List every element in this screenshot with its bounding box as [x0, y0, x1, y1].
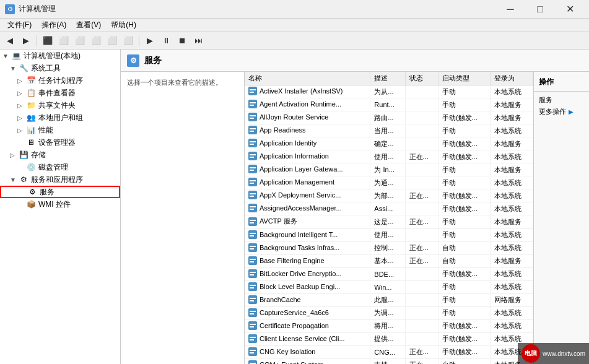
svg-rect-31: [250, 220, 256, 221]
menu-file[interactable]: 文件(F): [2, 19, 37, 32]
toolbar-btn-4[interactable]: ⬜: [89, 34, 103, 48]
expand-icon-shared: ▷: [17, 102, 25, 109]
table-row[interactable]: BranchCache此服...手动网络服务: [245, 293, 533, 306]
service-status-cell: 正在...: [405, 189, 438, 202]
svg-rect-34: [250, 233, 256, 234]
play-button[interactable]: ▶: [142, 34, 157, 48]
pause-button[interactable]: ⏸: [159, 34, 173, 48]
sidebar-item-devmgr[interactable]: 🖥 设备管理器: [0, 136, 120, 149]
sidebar-item-scheduler[interactable]: ▷ 📅 任务计划程序: [0, 74, 120, 87]
sidebar-item-wmi[interactable]: 📦 WMI 控件: [0, 198, 120, 210]
table-row[interactable]: AllJoyn Router Service路由...手动(触发...本地服务: [245, 111, 533, 124]
stop-button[interactable]: ⏹: [175, 34, 190, 48]
content-header-icon: ⚙: [127, 54, 139, 67]
table-row[interactable]: Client License Service (Cli...提供...手动(触发…: [245, 332, 533, 345]
toolbar-btn-1[interactable]: ⬛: [40, 34, 55, 48]
service-logon-cell: 本地服务: [491, 163, 533, 176]
table-row[interactable]: Application Information使用...正在...手动(触发..…: [245, 150, 533, 163]
table-row[interactable]: Application Management为通...手动本地系统: [245, 176, 533, 189]
col-header-desc[interactable]: 描述: [370, 72, 405, 85]
sidebar-item-storage[interactable]: ▷ 💾 存储: [0, 149, 120, 161]
table-row[interactable]: Application Identity确定...手动(触发...本地服务: [245, 137, 533, 150]
table-row[interactable]: CNG Key IsolationCNG...正在...手动(触发...本地系统: [245, 345, 533, 358]
restart-button[interactable]: ⏭: [191, 34, 206, 48]
sidebar-label-scheduler: 任务计划程序: [38, 76, 83, 86]
toolbar-btn-2[interactable]: ⬜: [56, 34, 71, 48]
table-row[interactable]: COM+ Event System支持...正在...自动本地服务: [245, 358, 533, 364]
eventvwr-icon: 📋: [26, 88, 36, 98]
table-row[interactable]: CaptureService_4a6c6为调...手动本地系统: [245, 306, 533, 319]
sidebar-label-devmgr: 设备管理器: [38, 137, 76, 148]
close-button[interactable]: ✕: [556, 0, 584, 19]
expand-icon-root: ▼: [2, 53, 10, 59]
svg-rect-44: [250, 274, 254, 275]
forward-button[interactable]: ▶: [19, 34, 33, 48]
service-name-cell: COM+ Event System: [245, 358, 370, 364]
table-row[interactable]: Application Layer Gatewa...为 In...手动本地服务: [245, 163, 533, 176]
sidebar-label-services-apps: 服务和应用程序: [31, 175, 83, 185]
sidebar-item-services[interactable]: ⚙ 服务: [0, 186, 120, 198]
table-row[interactable]: Agent Activation Runtime...Runt...手动本地服务: [245, 98, 533, 111]
service-name-cell: AllJoyn Router Service: [245, 111, 370, 124]
table-row[interactable]: AssignedAccessManager...Assi...手动(触发...本…: [245, 202, 533, 215]
toolbar-btn-5[interactable]: ⬜: [105, 34, 120, 48]
service-status-cell: [405, 332, 438, 345]
service-logon-cell: 本地系统: [491, 176, 533, 189]
services-table-area[interactable]: 名称 描述 状态 启动类型 登录为 ActiveX Installer (AxI…: [245, 72, 533, 364]
sidebar-item-root[interactable]: ▼ 💻 计算机管理(本地): [0, 50, 120, 62]
services-left-panel: 选择一个项目来查看它的描述。: [121, 72, 245, 364]
sidebar: ▼ 💻 计算机管理(本地) ▼ 🔧 系统工具 ▷ 📅 任务计划程序 ▷ 📋 事件…: [0, 50, 121, 364]
toolbar-btn-6[interactable]: ⬜: [121, 34, 136, 48]
service-name-cell: AVCTP 服务: [245, 215, 370, 229]
svg-rect-1: [250, 89, 256, 90]
table-row[interactable]: ActiveX Installer (AxInstSV)为从...手动本地系统: [245, 85, 533, 98]
svg-rect-35: [250, 235, 254, 236]
service-startup-cell: 手动: [438, 215, 490, 229]
col-header-logon[interactable]: 登录为: [491, 72, 533, 85]
table-row[interactable]: App Readiness当用...手动本地系统: [245, 124, 533, 137]
service-name-cell: AppX Deployment Servic...: [245, 189, 370, 202]
service-name-cell: App Readiness: [245, 124, 370, 137]
back-button[interactable]: ◀: [2, 34, 17, 48]
col-header-status[interactable]: 状态: [405, 72, 438, 85]
watermark-text: www.dnxtv.com: [543, 350, 585, 357]
sidebar-item-eventvwr[interactable]: ▷ 📋 事件查看器: [0, 87, 120, 99]
table-row[interactable]: Background Intelligent T...使用...手动本地系统: [245, 228, 533, 241]
service-status-cell: [405, 293, 438, 306]
service-status-cell: [405, 202, 438, 215]
col-header-startup[interactable]: 启动类型: [438, 72, 490, 85]
sidebar-item-perf[interactable]: ▷ 📊 性能: [0, 124, 120, 136]
service-logon-cell: 本地系统: [491, 241, 533, 254]
sidebar-item-tools[interactable]: ▼ 🔧 系统工具: [0, 62, 120, 74]
sidebar-item-diskmgr[interactable]: 💿 磁盘管理: [0, 161, 120, 173]
svg-rect-62: [250, 352, 254, 353]
maximize-button[interactable]: □: [526, 0, 554, 19]
table-row[interactable]: Base Filtering Engine基本...正在...自动本地服务: [245, 254, 533, 267]
service-logon-cell: 本地服务: [491, 215, 533, 229]
right-panel-action-more[interactable]: 更多操作 ▶: [534, 106, 589, 118]
service-startup-cell: 手动(触发...: [438, 150, 490, 163]
sidebar-item-shared[interactable]: ▷ 📁 共享文件夹: [0, 99, 120, 111]
toolbar-btn-3[interactable]: ⬜: [72, 34, 87, 48]
service-desc-cell: BDE...: [370, 267, 405, 280]
table-row[interactable]: Background Tasks Infras...控制...正在...自动本地…: [245, 241, 533, 254]
service-startup-cell: 手动: [438, 280, 490, 293]
menu-help[interactable]: 帮助(H): [106, 19, 141, 32]
sidebar-item-services-apps[interactable]: ▼ ⚙ 服务和应用程序: [0, 173, 120, 186]
col-header-name[interactable]: 名称: [245, 72, 370, 85]
table-row[interactable]: Block Level Backup Engi...Win...手动本地系统: [245, 280, 533, 293]
right-panel-action-services[interactable]: 服务: [534, 94, 589, 106]
table-row[interactable]: AppX Deployment Servic...为部...正在...手动(触发…: [245, 189, 533, 202]
minimize-button[interactable]: ─: [496, 0, 525, 19]
sidebar-item-localusers[interactable]: ▷ 👥 本地用户和组: [0, 111, 120, 124]
table-row[interactable]: BitLocker Drive Encryptio...BDE...手动(触发.…: [245, 267, 533, 280]
window-controls: ─ □ ✕: [496, 0, 584, 19]
service-desc-cell: Runt...: [370, 98, 405, 111]
menu-view[interactable]: 查看(V): [71, 19, 106, 32]
title-text: 计算机管理: [19, 4, 496, 14]
service-status-cell: 正在...: [405, 150, 438, 163]
service-desc-cell: 支持...: [370, 358, 405, 364]
table-row[interactable]: Certificate Propagation将用...手动(触发...本地系统: [245, 319, 533, 332]
menu-action[interactable]: 操作(A): [37, 19, 71, 32]
table-row[interactable]: AVCTP 服务这是...正在...手动本地服务: [245, 215, 533, 229]
